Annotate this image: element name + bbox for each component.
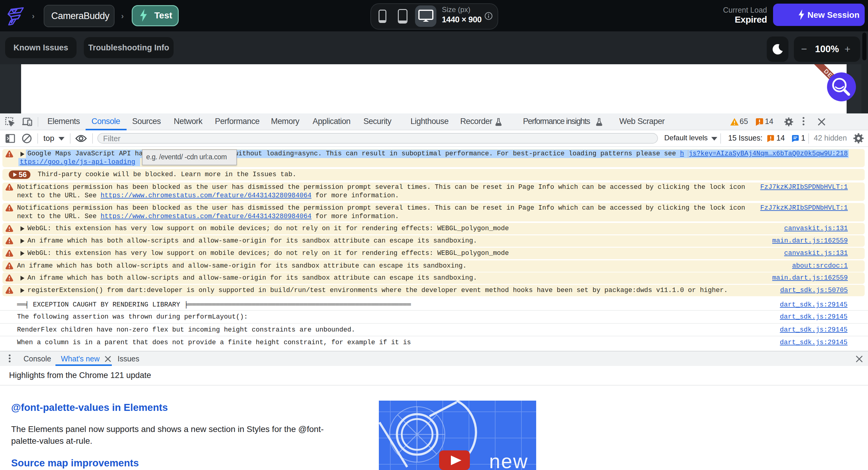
svg-text:new: new	[489, 450, 528, 470]
